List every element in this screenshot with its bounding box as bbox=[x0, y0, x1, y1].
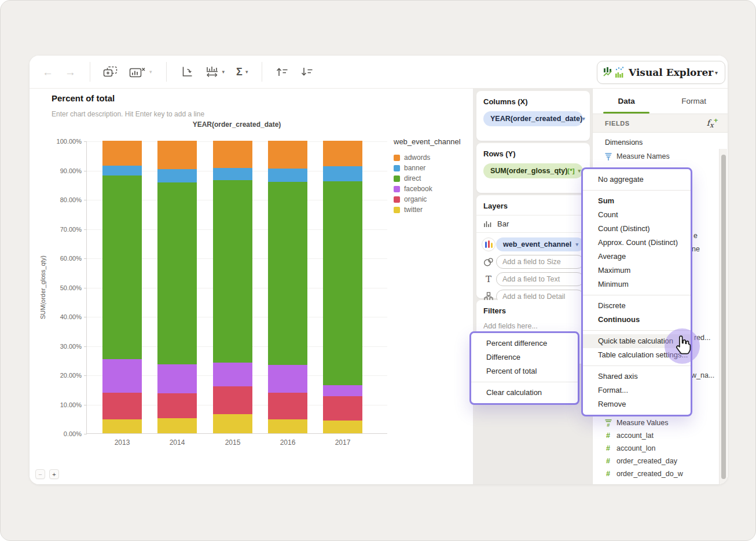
bar-segment-adwords[interactable] bbox=[323, 141, 362, 166]
aggregate-menu-item[interactable]: Format... bbox=[583, 383, 691, 397]
bar-segment-direct[interactable] bbox=[102, 176, 142, 360]
bar-segment-facebook[interactable] bbox=[323, 385, 362, 396]
bar-segment-twitter[interactable] bbox=[213, 414, 252, 433]
chart-description-placeholder[interactable]: Enter chart description. Hit Enter key t… bbox=[52, 110, 204, 118]
aggregate-menu-item[interactable]: Average bbox=[583, 250, 691, 264]
aggregate-menu-item[interactable]: Sum bbox=[583, 194, 691, 208]
measure-field-item[interactable]: #account_lon bbox=[593, 442, 714, 455]
bar-segment-facebook[interactable] bbox=[157, 364, 197, 393]
bar-segment-organic[interactable] bbox=[157, 393, 197, 418]
aggregate-menu-item[interactable]: Minimum bbox=[583, 277, 691, 291]
bar-segment-direct[interactable] bbox=[323, 181, 362, 385]
aggregate-menu-item[interactable]: Discrete bbox=[583, 299, 691, 313]
sort-ascending-button[interactable] bbox=[275, 66, 288, 78]
add-calculated-field-button[interactable]: fx+ bbox=[707, 117, 718, 129]
bar-segment-banner[interactable] bbox=[268, 169, 307, 182]
bar-segment-banner[interactable] bbox=[213, 168, 252, 180]
bar-segment-adwords[interactable] bbox=[213, 141, 252, 168]
color-pill[interactable]: web_event_channel ▾ bbox=[496, 237, 584, 251]
tab-format[interactable]: Format bbox=[660, 89, 728, 114]
stacked-bar[interactable] bbox=[213, 141, 252, 433]
columns-pill[interactable]: YEAR(order_created_date) ▾ bbox=[483, 111, 583, 126]
legend-item-facebook[interactable]: facebook bbox=[394, 184, 469, 194]
aggregate-menu-item[interactable]: Continuous bbox=[583, 313, 691, 327]
size-shelf-row: Add a field to Size bbox=[476, 253, 590, 270]
aggregate-menu-item[interactable]: Shared axis bbox=[583, 370, 691, 383]
size-field-dropzone[interactable]: Add a field to Size bbox=[496, 255, 584, 269]
y-tick-label: 90.00% bbox=[60, 167, 82, 174]
back-button[interactable]: ← bbox=[42, 67, 53, 78]
dimension-field-item[interactable]: Measure Names bbox=[593, 150, 714, 163]
bar-segment-twitter[interactable] bbox=[102, 419, 142, 433]
stacked-bar[interactable] bbox=[323, 141, 362, 433]
legend-item-banner[interactable]: banner bbox=[394, 163, 469, 173]
bar-segment-twitter[interactable] bbox=[323, 421, 362, 433]
measure-field-item[interactable]: #order_created_do_w bbox=[593, 467, 714, 480]
measure-field-item[interactable]: #order_created_day bbox=[593, 455, 714, 467]
axis-options-button[interactable]: ▾ bbox=[205, 65, 225, 78]
swap-axes-button[interactable] bbox=[179, 65, 193, 78]
bar-segment-banner[interactable] bbox=[323, 166, 362, 181]
aggregate-menu-item[interactable]: Approx. Count (Distinct) bbox=[583, 236, 691, 250]
forward-button[interactable]: → bbox=[65, 67, 76, 78]
zoom-out-button[interactable]: − bbox=[35, 469, 45, 479]
y-tick-label: 70.00% bbox=[60, 226, 82, 233]
mark-type-row[interactable]: Bar bbox=[476, 215, 590, 232]
bar-segment-organic[interactable] bbox=[213, 386, 252, 414]
aggregate-menu-item[interactable]: Count (Distinct) bbox=[583, 222, 691, 236]
calc-menu-item[interactable]: Difference bbox=[471, 350, 578, 364]
bar-segment-facebook[interactable] bbox=[213, 363, 252, 386]
remove-chart-button[interactable]: ▾ bbox=[129, 66, 152, 78]
legend-item-direct[interactable]: direct bbox=[394, 173, 469, 184]
legend-item-organic[interactable]: organic bbox=[394, 194, 469, 204]
aggregate-menu-item[interactable]: Maximum bbox=[583, 264, 691, 277]
aggregate-menu-item[interactable]: Table calculation settings... bbox=[583, 348, 691, 362]
bar-segment-direct[interactable] bbox=[213, 180, 252, 363]
shelf-column: Columns (X) YEAR(order_created_date) ▾ R… bbox=[473, 89, 592, 484]
toolbar-divider bbox=[166, 62, 167, 82]
aggregate-menu-item[interactable]: Count bbox=[583, 208, 691, 222]
duplicate-chart-button[interactable] bbox=[103, 66, 118, 78]
sort-descending-button[interactable] bbox=[300, 66, 313, 78]
bar-segment-adwords[interactable] bbox=[268, 141, 307, 168]
bar-segment-adwords[interactable] bbox=[157, 141, 197, 169]
calc-menu-item[interactable]: Percent of total bbox=[471, 364, 578, 378]
filters-dropzone[interactable]: Add fields here... bbox=[483, 322, 583, 330]
aggregate-button[interactable]: Σ ▾ bbox=[236, 66, 248, 78]
columns-shelf-label: Columns (X) bbox=[483, 97, 583, 106]
bar-segment-banner[interactable] bbox=[157, 169, 197, 182]
bar-segment-direct[interactable] bbox=[268, 182, 307, 365]
bar-segment-adwords[interactable] bbox=[102, 141, 142, 166]
aggregate-menu-item[interactable]: No aggregate bbox=[583, 173, 691, 187]
tab-data[interactable]: Data bbox=[593, 89, 660, 114]
text-field-dropzone[interactable]: Add a field to Text bbox=[496, 272, 584, 286]
stacked-bar[interactable] bbox=[268, 141, 307, 433]
bar-segment-facebook[interactable] bbox=[268, 365, 307, 392]
bar-segment-organic[interactable] bbox=[102, 393, 142, 419]
bar-segment-facebook[interactable] bbox=[102, 359, 142, 393]
measure-field-item[interactable]: #Measure Values bbox=[593, 416, 714, 429]
calc-menu-item[interactable]: Percent difference bbox=[471, 337, 578, 350]
measure-field-item[interactable]: #account_lat bbox=[593, 429, 714, 442]
stacked-bar[interactable] bbox=[157, 141, 197, 433]
field-label: Measure Names bbox=[616, 152, 670, 160]
rows-pill[interactable]: SUM(order_gloss_qty) [*] ▾ bbox=[483, 163, 583, 178]
legend-item-adwords[interactable]: adwords bbox=[394, 152, 469, 163]
stacked-bar[interactable] bbox=[102, 141, 142, 433]
bar-segment-twitter[interactable] bbox=[157, 418, 197, 433]
bar-segment-organic[interactable] bbox=[323, 396, 362, 421]
fields-scrollbar-thumb[interactable] bbox=[721, 155, 726, 479]
bar-segment-twitter[interactable] bbox=[268, 419, 307, 433]
zoom-in-button[interactable]: + bbox=[49, 469, 59, 479]
chart-title[interactable]: Percent of total bbox=[52, 93, 115, 103]
bar-segment-organic[interactable] bbox=[268, 393, 307, 419]
chart-type-selector[interactable]: Visual Explorer ▾ bbox=[597, 61, 725, 84]
aggregate-menu-item[interactable]: Remove bbox=[583, 397, 691, 411]
color-icon[interactable] bbox=[482, 237, 496, 251]
calc-menu-item[interactable]: Clear calculation bbox=[471, 386, 578, 400]
bar-segment-direct[interactable] bbox=[157, 182, 197, 365]
x-tick-label: 2014 bbox=[157, 438, 197, 447]
bar-segment-banner[interactable] bbox=[102, 166, 142, 175]
legend-item-twitter[interactable]: twitter bbox=[394, 204, 469, 215]
aggregate-menu-item[interactable]: Quick table calculation bbox=[583, 334, 691, 348]
